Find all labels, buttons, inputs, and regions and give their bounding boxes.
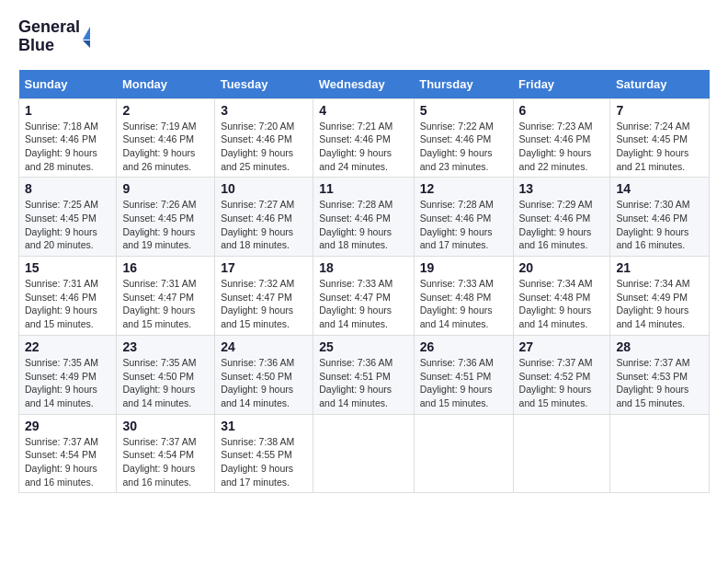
daylight-text: Daylight: 9 hours and 25 minutes. bbox=[221, 146, 307, 173]
daylight-text: Daylight: 9 hours and 14 minutes. bbox=[519, 304, 605, 330]
day-number: 17 bbox=[221, 260, 307, 275]
day-cell-31: 31 Sunrise: 7:38 AM Sunset: 4:55 PM Dayl… bbox=[215, 414, 313, 493]
day-info: Sunrise: 7:37 AM Sunset: 4:52 PM Dayligh… bbox=[519, 356, 605, 410]
sunrise-text: Sunrise: 7:34 AM bbox=[519, 277, 605, 291]
col-header-thursday: Thursday bbox=[414, 70, 513, 99]
sunrise-text: Sunrise: 7:18 AM bbox=[25, 120, 110, 133]
logo: General Blue bbox=[18, 18, 90, 55]
sunrise-text: Sunrise: 7:25 AM bbox=[25, 198, 110, 212]
daylight-text: Daylight: 9 hours and 14 minutes. bbox=[25, 383, 110, 409]
sunset-text: Sunset: 4:49 PM bbox=[25, 370, 110, 384]
day-info: Sunrise: 7:31 AM Sunset: 4:46 PM Dayligh… bbox=[25, 277, 110, 331]
daylight-text: Daylight: 9 hours and 16 minutes. bbox=[616, 225, 703, 252]
day-number: 12 bbox=[420, 181, 507, 196]
daylight-text: Daylight: 9 hours and 16 minutes. bbox=[25, 462, 110, 488]
day-cell-14: 14 Sunrise: 7:30 AM Sunset: 4:46 PM Dayl… bbox=[610, 178, 710, 257]
day-cell-4: 4 Sunrise: 7:21 AM Sunset: 4:46 PM Dayli… bbox=[313, 98, 414, 178]
sunset-text: Sunset: 4:46 PM bbox=[25, 132, 110, 146]
day-number: 1 bbox=[25, 103, 110, 118]
sunrise-text: Sunrise: 7:37 AM bbox=[616, 356, 703, 370]
sunset-text: Sunset: 4:51 PM bbox=[319, 370, 407, 384]
daylight-text: Daylight: 9 hours and 18 minutes. bbox=[319, 225, 407, 252]
sunrise-text: Sunrise: 7:36 AM bbox=[420, 356, 507, 370]
day-info: Sunrise: 7:33 AM Sunset: 4:47 PM Dayligh… bbox=[319, 277, 407, 331]
day-cell-8: 8 Sunrise: 7:25 AM Sunset: 4:45 PM Dayli… bbox=[19, 178, 117, 257]
day-cell-23: 23 Sunrise: 7:35 AM Sunset: 4:50 PM Dayl… bbox=[117, 335, 215, 414]
sunrise-text: Sunrise: 7:38 AM bbox=[221, 435, 307, 449]
logo-text: General Blue bbox=[18, 18, 80, 55]
week-row-5: 29 Sunrise: 7:37 AM Sunset: 4:54 PM Dayl… bbox=[19, 414, 710, 493]
day-cell-13: 13 Sunrise: 7:29 AM Sunset: 4:46 PM Dayl… bbox=[513, 178, 610, 257]
sunset-text: Sunset: 4:48 PM bbox=[519, 291, 605, 304]
day-number: 2 bbox=[122, 103, 209, 118]
day-number: 16 bbox=[122, 260, 209, 275]
day-number: 4 bbox=[319, 103, 407, 118]
day-number: 26 bbox=[420, 339, 507, 354]
sunrise-text: Sunrise: 7:22 AM bbox=[420, 120, 507, 133]
day-number: 28 bbox=[616, 339, 703, 354]
sunset-text: Sunset: 4:46 PM bbox=[319, 132, 407, 146]
empty-cell bbox=[513, 414, 610, 493]
day-info: Sunrise: 7:37 AM Sunset: 4:53 PM Dayligh… bbox=[616, 356, 703, 410]
day-number: 15 bbox=[25, 260, 110, 275]
day-info: Sunrise: 7:18 AM Sunset: 4:46 PM Dayligh… bbox=[25, 120, 110, 174]
day-cell-22: 22 Sunrise: 7:35 AM Sunset: 4:49 PM Dayl… bbox=[19, 335, 117, 414]
daylight-text: Daylight: 9 hours and 21 minutes. bbox=[616, 146, 703, 173]
day-info: Sunrise: 7:21 AM Sunset: 4:46 PM Dayligh… bbox=[319, 120, 407, 174]
sunset-text: Sunset: 4:46 PM bbox=[519, 212, 605, 225]
day-number: 25 bbox=[319, 339, 407, 354]
day-cell-28: 28 Sunrise: 7:37 AM Sunset: 4:53 PM Dayl… bbox=[610, 335, 710, 414]
sunrise-text: Sunrise: 7:37 AM bbox=[122, 435, 209, 449]
daylight-text: Daylight: 9 hours and 15 minutes. bbox=[616, 383, 703, 409]
sunset-text: Sunset: 4:45 PM bbox=[122, 212, 209, 225]
day-cell-3: 3 Sunrise: 7:20 AM Sunset: 4:46 PM Dayli… bbox=[215, 98, 313, 178]
day-cell-18: 18 Sunrise: 7:33 AM Sunset: 4:47 PM Dayl… bbox=[313, 257, 414, 336]
day-info: Sunrise: 7:36 AM Sunset: 4:51 PM Dayligh… bbox=[319, 356, 407, 410]
sunrise-text: Sunrise: 7:23 AM bbox=[519, 120, 605, 133]
sunrise-text: Sunrise: 7:24 AM bbox=[616, 120, 703, 133]
sunset-text: Sunset: 4:46 PM bbox=[221, 132, 307, 146]
day-info: Sunrise: 7:19 AM Sunset: 4:46 PM Dayligh… bbox=[122, 120, 209, 174]
sunset-text: Sunset: 4:46 PM bbox=[221, 212, 307, 225]
page-header: General Blue bbox=[18, 18, 710, 55]
daylight-text: Daylight: 9 hours and 15 minutes. bbox=[122, 304, 209, 330]
empty-cell bbox=[414, 414, 513, 493]
day-info: Sunrise: 7:36 AM Sunset: 4:50 PM Dayligh… bbox=[221, 356, 307, 410]
daylight-text: Daylight: 9 hours and 14 minutes. bbox=[420, 304, 507, 330]
day-info: Sunrise: 7:35 AM Sunset: 4:49 PM Dayligh… bbox=[25, 356, 110, 410]
day-cell-25: 25 Sunrise: 7:36 AM Sunset: 4:51 PM Dayl… bbox=[313, 335, 414, 414]
sunset-text: Sunset: 4:46 PM bbox=[420, 132, 507, 146]
sunset-text: Sunset: 4:51 PM bbox=[420, 370, 507, 384]
sunset-text: Sunset: 4:46 PM bbox=[25, 291, 110, 304]
day-info: Sunrise: 7:22 AM Sunset: 4:46 PM Dayligh… bbox=[420, 120, 507, 174]
day-info: Sunrise: 7:27 AM Sunset: 4:46 PM Dayligh… bbox=[221, 198, 307, 252]
sunrise-text: Sunrise: 7:35 AM bbox=[122, 356, 209, 370]
sunrise-text: Sunrise: 7:27 AM bbox=[221, 198, 307, 212]
day-info: Sunrise: 7:25 AM Sunset: 4:45 PM Dayligh… bbox=[25, 198, 110, 252]
daylight-text: Daylight: 9 hours and 14 minutes. bbox=[319, 383, 407, 409]
day-cell-1: 1 Sunrise: 7:18 AM Sunset: 4:46 PM Dayli… bbox=[19, 98, 117, 178]
day-number: 23 bbox=[122, 339, 209, 354]
day-info: Sunrise: 7:34 AM Sunset: 4:49 PM Dayligh… bbox=[616, 277, 703, 331]
day-cell-27: 27 Sunrise: 7:37 AM Sunset: 4:52 PM Dayl… bbox=[513, 335, 610, 414]
week-row-2: 8 Sunrise: 7:25 AM Sunset: 4:45 PM Dayli… bbox=[19, 178, 710, 257]
sunset-text: Sunset: 4:52 PM bbox=[519, 370, 605, 384]
col-header-tuesday: Tuesday bbox=[215, 70, 313, 99]
day-cell-6: 6 Sunrise: 7:23 AM Sunset: 4:46 PM Dayli… bbox=[513, 98, 610, 178]
daylight-text: Daylight: 9 hours and 22 minutes. bbox=[519, 146, 605, 173]
day-cell-21: 21 Sunrise: 7:34 AM Sunset: 4:49 PM Dayl… bbox=[610, 257, 710, 336]
col-header-friday: Friday bbox=[513, 70, 610, 99]
day-cell-9: 9 Sunrise: 7:26 AM Sunset: 4:45 PM Dayli… bbox=[117, 178, 215, 257]
day-cell-15: 15 Sunrise: 7:31 AM Sunset: 4:46 PM Dayl… bbox=[19, 257, 117, 336]
sunset-text: Sunset: 4:46 PM bbox=[122, 132, 209, 146]
day-number: 10 bbox=[221, 181, 307, 196]
day-cell-10: 10 Sunrise: 7:27 AM Sunset: 4:46 PM Dayl… bbox=[215, 178, 313, 257]
day-info: Sunrise: 7:30 AM Sunset: 4:46 PM Dayligh… bbox=[616, 198, 703, 252]
day-info: Sunrise: 7:37 AM Sunset: 4:54 PM Dayligh… bbox=[122, 435, 209, 489]
day-number: 3 bbox=[221, 103, 307, 118]
day-info: Sunrise: 7:37 AM Sunset: 4:54 PM Dayligh… bbox=[25, 435, 110, 489]
day-info: Sunrise: 7:29 AM Sunset: 4:46 PM Dayligh… bbox=[519, 198, 605, 252]
sunrise-text: Sunrise: 7:19 AM bbox=[122, 120, 209, 133]
day-number: 13 bbox=[519, 181, 605, 196]
day-cell-11: 11 Sunrise: 7:28 AM Sunset: 4:46 PM Dayl… bbox=[313, 178, 414, 257]
